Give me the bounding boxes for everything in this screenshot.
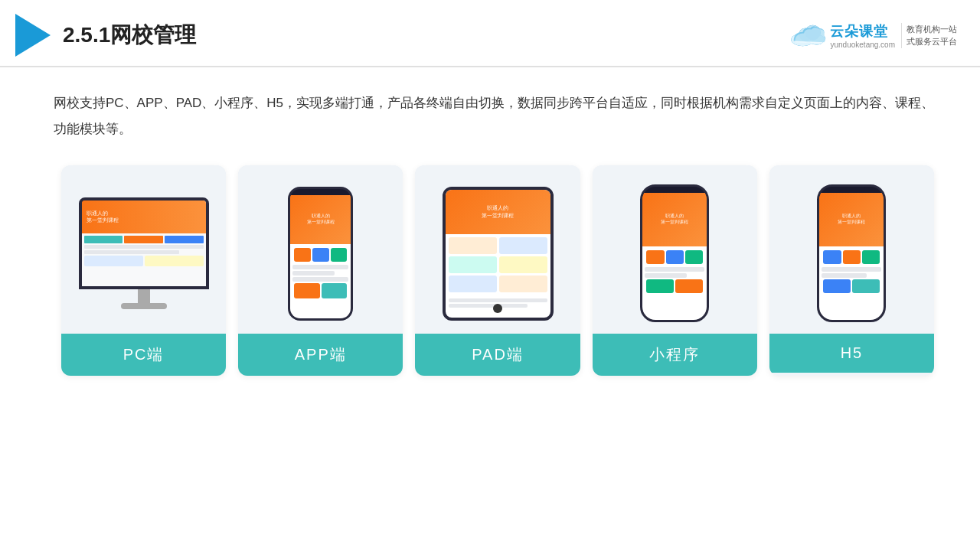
platform-cards: 职通人的第一堂判课程: [54, 165, 942, 376]
brand-logo: 云朵课堂 yunduoketang.com 教育机构一站式服务云平台: [789, 22, 957, 49]
card-pad: 职通人的第一堂判课程: [415, 165, 580, 376]
card-h5-label: H5: [769, 334, 934, 373]
brand-icon-group: 云朵课堂 yunduoketang.com 教育机构一站式服务云平台: [789, 22, 957, 49]
main-content: 网校支持PC、APP、PAD、小程序、H5，实现多端打通，产品各终端自由切换，数…: [0, 67, 980, 391]
header: 2.5.1网校管理: [0, 0, 980, 67]
card-miniapp: 职通人的第一堂判课程: [593, 165, 757, 376]
card-h5-image: 职通人的第一堂判课程: [769, 165, 934, 334]
cloud-icon: [789, 23, 827, 47]
card-app-label: APP端: [238, 334, 403, 376]
card-app-image: 职通人的第一堂判课程: [238, 165, 403, 334]
card-miniapp-label: 小程序: [593, 334, 757, 376]
description-text: 网校支持PC、APP、PAD、小程序、H5，实现多端打通，产品各终端自由切换，数…: [54, 90, 942, 142]
brand-tagline: 教育机构一站式服务云平台: [901, 23, 957, 48]
app-phone-icon: 职通人的第一堂判课程: [288, 187, 353, 321]
card-miniapp-image: 职通人的第一堂判课程: [593, 165, 757, 334]
page-title: 2.5.1网校管理: [63, 21, 196, 50]
header-left: 2.5.1网校管理: [15, 14, 196, 57]
h5-phone-icon: 职通人的第一堂判课程: [817, 184, 886, 322]
card-h5: 职通人的第一堂判课程: [769, 165, 934, 376]
card-pc-label: PC端: [61, 334, 226, 376]
brand-name: 云朵课堂 yunduoketang.com: [830, 22, 895, 49]
logo-icon: [15, 14, 51, 57]
card-pad-label: PAD端: [415, 334, 580, 376]
card-pc-image: 职通人的第一堂判课程: [61, 165, 226, 334]
pad-tablet-icon: 职通人的第一堂判课程: [443, 187, 554, 321]
brand-area: 云朵课堂 yunduoketang.com 教育机构一站式服务云平台: [789, 22, 957, 49]
card-pad-image: 职通人的第一堂判课程: [415, 165, 580, 334]
miniapp-phone-icon: 职通人的第一堂判课程: [640, 184, 709, 322]
card-app: 职通人的第一堂判课程: [238, 165, 403, 376]
pc-monitor-icon: 职通人的第一堂判课程: [79, 197, 209, 309]
card-pc: 职通人的第一堂判课程: [61, 165, 226, 376]
